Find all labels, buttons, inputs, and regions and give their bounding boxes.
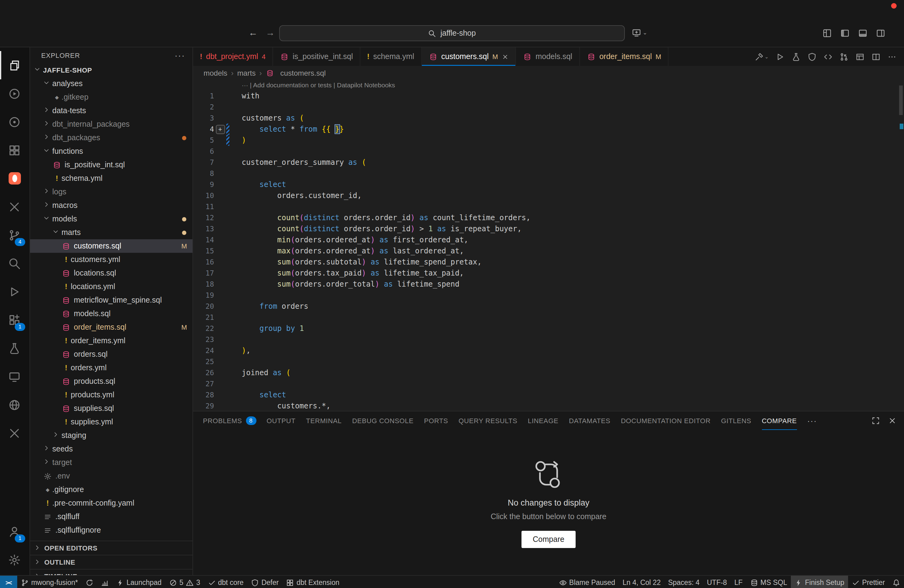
- status-finish-setup[interactable]: Finish Setup: [791, 576, 848, 588]
- activity-item-settings[interactable]: [0, 545, 29, 574]
- activity-item-sql-tools[interactable]: [0, 193, 29, 221]
- git-compare-button[interactable]: [839, 52, 849, 61]
- panel-overflow-icon[interactable]: ···: [807, 416, 817, 425]
- panel-tab-output[interactable]: OUTPUT: [267, 411, 296, 430]
- more-actions-button[interactable]: [887, 52, 897, 61]
- tree-file-customers-sql[interactable]: customers.sqlM: [30, 239, 193, 253]
- run-button[interactable]: [776, 52, 785, 61]
- lint-button[interactable]: [808, 52, 817, 61]
- tree-folder-seeds[interactable]: seeds: [30, 442, 193, 456]
- activity-item-extensions[interactable]: 1: [0, 306, 29, 334]
- tree-file-sqlfluff[interactable]: .sqlfluff: [30, 510, 193, 523]
- status-git-branch[interactable]: mwong-fusion*: [17, 576, 82, 588]
- tree-file-orders-sql[interactable]: orders.sql: [30, 348, 193, 361]
- tree-file-orders-yml[interactable]: !orders.yml: [30, 361, 193, 375]
- command-center-search[interactable]: jaffle-shop: [279, 25, 625, 41]
- breadcrumb-item-customers-sql[interactable]: customers.sql: [266, 69, 326, 77]
- activity-item-search[interactable]: [0, 249, 29, 277]
- status-dbt-extension-status[interactable]: dbt Extension: [282, 576, 343, 588]
- views-more-icon[interactable]: ···: [175, 51, 185, 60]
- status-problems-summary[interactable]: 53: [165, 576, 204, 588]
- tree-file-pre-commit-config-yaml[interactable]: !.pre-commit-config.yaml: [30, 496, 193, 510]
- tree-file-metricflow-time-spine-sql[interactable]: metricflow_time_spine.sql: [30, 293, 193, 307]
- status-cursor-position[interactable]: Ln 4, Col 22: [619, 576, 664, 588]
- tab-models-sql[interactable]: models.sql: [516, 47, 580, 66]
- tab-customers-sql[interactable]: customers.sqlM: [422, 47, 516, 66]
- toggle-secondary-sidebar-icon[interactable]: [876, 28, 885, 38]
- tab-dbt-project-yml[interactable]: !dbt_project.yml4: [193, 47, 273, 66]
- tree-folder-analyses[interactable]: analyses: [30, 77, 193, 90]
- compiled-code-button[interactable]: [823, 52, 833, 61]
- panel-tab-problems[interactable]: PROBLEMS8: [203, 411, 256, 430]
- activity-item-accounts[interactable]: 1: [0, 517, 29, 545]
- activity-item-dbt[interactable]: [0, 164, 29, 193]
- close-tab-icon[interactable]: [502, 53, 509, 60]
- share-session-button[interactable]: ⌄: [632, 28, 647, 38]
- tree-folder-functions[interactable]: functions: [30, 145, 193, 158]
- maximize-panel-icon[interactable]: [871, 416, 880, 425]
- tree-file-supplies-sql[interactable]: supplies.sql: [30, 401, 193, 415]
- panel-tab-lineage[interactable]: LINEAGE: [528, 411, 559, 430]
- panel-tab-ports[interactable]: PORTS: [424, 411, 448, 430]
- query-results-button[interactable]: [855, 52, 864, 61]
- breadcrumb-item-models[interactable]: models: [204, 69, 227, 77]
- section-header-outline[interactable]: OUTLINE: [30, 555, 193, 569]
- section-header-timeline[interactable]: TIMELINE: [30, 569, 193, 575]
- back-button[interactable]: ←: [248, 27, 258, 38]
- tree-folder-dbt-packages[interactable]: dbt_packages: [30, 131, 193, 145]
- tree-folder-logs[interactable]: logs: [30, 185, 193, 199]
- tree-folder-target[interactable]: target: [30, 456, 193, 469]
- tree-file-customers-yml[interactable]: !customers.yml: [30, 253, 193, 266]
- tab-order-items-sql[interactable]: order_items.sqlM: [580, 47, 669, 66]
- tree-file-models-sql[interactable]: models.sql: [30, 307, 193, 321]
- tree-folder-models[interactable]: models: [30, 212, 193, 226]
- inline-add-button[interactable]: +: [215, 125, 225, 134]
- status-language-mode[interactable]: MS SQL: [746, 576, 791, 588]
- toggle-panel-icon[interactable]: [858, 28, 868, 38]
- split-editor-button[interactable]: [871, 52, 880, 61]
- customize-layout-icon[interactable]: [822, 28, 832, 38]
- activity-item-explorer[interactable]: [0, 51, 29, 79]
- status-launchpad[interactable]: Launchpad: [112, 576, 166, 588]
- panel-tab-datamates[interactable]: DATAMATES: [569, 411, 610, 430]
- tree-folder-macros[interactable]: macros: [30, 199, 193, 212]
- tree-file-env[interactable]: .env: [30, 469, 193, 483]
- tree-folder-data-tests[interactable]: data-tests: [30, 104, 193, 117]
- activity-item-run-circle[interactable]: [0, 79, 29, 107]
- activity-item-source-control[interactable]: 4: [0, 221, 29, 249]
- toggle-sidebar-icon[interactable]: [840, 28, 850, 38]
- panel-tab-compare[interactable]: COMPARE: [762, 411, 797, 430]
- activity-item-run-and-debug[interactable]: [0, 277, 29, 306]
- status-indentation[interactable]: Spaces: 4: [664, 576, 703, 588]
- panel-tab-debug-console[interactable]: DEBUG CONSOLE: [352, 411, 414, 430]
- code-editor[interactable]: ··· | Add documentation or tests | Datap…: [193, 81, 904, 411]
- tree-folder-staging[interactable]: staging: [30, 429, 193, 442]
- status-dbt-core-status[interactable]: dbt core: [204, 576, 247, 588]
- activity-item-remote-explorer[interactable]: [0, 362, 29, 390]
- tree-file-schema-yml[interactable]: !schema.yml: [30, 172, 193, 185]
- status-metrics[interactable]: [97, 576, 112, 588]
- tree-file-order-items-yml[interactable]: !order_items.yml: [30, 334, 193, 348]
- status-remote[interactable]: ><: [0, 576, 17, 588]
- status-encoding[interactable]: UTF-8: [703, 576, 730, 588]
- status-eol[interactable]: LF: [730, 576, 746, 588]
- activity-item-object-explorer[interactable]: [0, 136, 29, 164]
- tree-file-products-sql[interactable]: products.sql: [30, 375, 193, 388]
- panel-tab-query-results[interactable]: QUERY RESULTS: [458, 411, 517, 430]
- tree-file-locations-sql[interactable]: locations.sql: [30, 266, 193, 280]
- tree-folder-jaffle-shop[interactable]: JAFFLE-SHOP: [30, 63, 193, 77]
- forward-button[interactable]: →: [266, 27, 275, 38]
- tab-is-positive-int-sql[interactable]: is_positive_int.sql: [273, 47, 360, 66]
- tree-file-gitignore[interactable]: ◆.gitignore: [30, 483, 193, 496]
- status-sync-status[interactable]: [82, 576, 97, 588]
- status-defer-toggle[interactable]: Defer: [247, 576, 282, 588]
- breadcrumb-item-marts[interactable]: marts: [237, 69, 256, 77]
- activity-item-misc-extension[interactable]: [0, 419, 29, 447]
- status-notifications[interactable]: [889, 576, 904, 588]
- tree-file-supplies-yml[interactable]: !supplies.yml: [30, 415, 193, 429]
- panel-tab-documentation-editor[interactable]: DOCUMENTATION EDITOR: [621, 411, 711, 430]
- test-button[interactable]: [792, 52, 801, 61]
- scrollbar-thumb[interactable]: [899, 85, 903, 115]
- dbt-build-button[interactable]: ⌄: [755, 52, 769, 61]
- tree-folder-marts[interactable]: marts: [30, 226, 193, 239]
